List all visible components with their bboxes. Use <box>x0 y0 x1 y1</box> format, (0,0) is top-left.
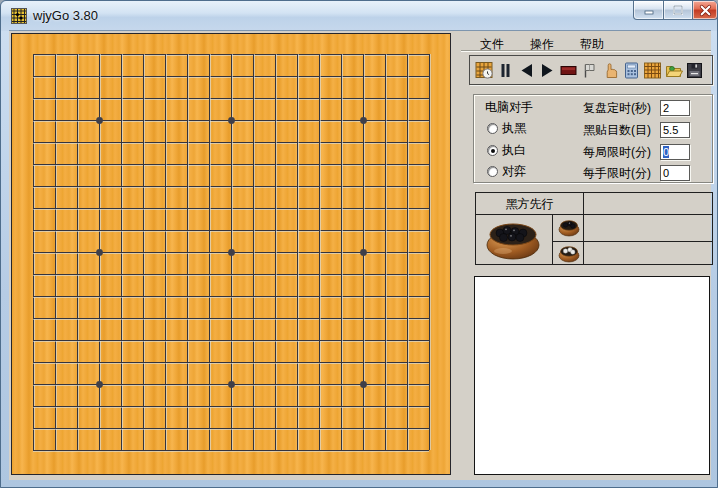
save-floppy-icon <box>685 61 704 80</box>
field-label: 黑贴目数(目) <box>583 122 660 139</box>
game-time-limit-input[interactable]: 0 <box>660 144 690 160</box>
table-line <box>476 214 712 215</box>
radio-label: 执白 <box>502 142 526 159</box>
pass-flag-button[interactable] <box>579 59 600 81</box>
board-grid-icon <box>643 61 662 80</box>
white-stone-bowl-small <box>558 244 580 263</box>
go-board-grid <box>12 34 452 476</box>
komi-input[interactable]: 5.5 <box>660 122 690 138</box>
field-label: 每手限时(分) <box>583 165 660 182</box>
app-icon <box>11 8 27 24</box>
step-back-icon <box>517 61 536 80</box>
app-window: wjyGo 3.80 文件 操作 帮助 <box>0 0 718 488</box>
replay-timer-input[interactable]: 2 <box>660 100 690 116</box>
field-move-time-limit: 每手限时(分) 0 <box>583 165 690 181</box>
new-game-board-icon <box>475 61 494 80</box>
window-title: wjyGo 3.80 <box>33 8 98 23</box>
radio-label: 对弈 <box>502 163 526 180</box>
field-label: 复盘定时(秒) <box>583 100 660 117</box>
step-forward-button[interactable] <box>537 59 558 81</box>
save-file-button[interactable] <box>684 59 705 81</box>
field-game-time-limit: 每局限时(分) 0 <box>583 144 690 160</box>
flag-icon <box>580 61 599 80</box>
black-stone-bowl-small <box>558 218 580 237</box>
toolbar <box>469 55 713 85</box>
close-button[interactable] <box>692 1 718 20</box>
radio-play-black[interactable]: 执黑 <box>487 121 526 135</box>
go-board[interactable] <box>11 33 451 475</box>
maximize-icon <box>672 4 684 16</box>
client-area: 文件 操作 帮助 <box>9 31 711 480</box>
field-replay-timer: 复盘定时(秒) 2 <box>583 100 690 116</box>
pause-button[interactable] <box>495 59 516 81</box>
stop-icon <box>559 61 578 80</box>
group-label: 电脑对手 <box>485 99 533 116</box>
new-game-button[interactable] <box>474 59 495 81</box>
step-back-button[interactable] <box>516 59 537 81</box>
pause-icon <box>496 61 515 80</box>
minimize-icon <box>643 4 655 16</box>
table-line <box>552 241 712 242</box>
hand-move-button[interactable] <box>600 59 621 81</box>
hand-icon <box>601 61 620 80</box>
step-forward-icon <box>538 61 557 80</box>
board-setup-button[interactable] <box>642 59 663 81</box>
radio-icon[interactable] <box>487 123 498 134</box>
radio-play-white[interactable]: 执白 <box>487 143 526 157</box>
turn-indicator: 黑方先行 <box>476 196 583 213</box>
stop-button[interactable] <box>558 59 579 81</box>
move-time-limit-input[interactable]: 0 <box>660 165 690 181</box>
turn-status-table: 黑方先行 <box>475 192 713 265</box>
computer-opponent-groupbox: 电脑对手 执黑 执白 对弈 复盘定时(秒) 2 黑贴目数(目) 5.5 <box>473 94 713 183</box>
minimize-button[interactable] <box>633 1 664 20</box>
black-stone-bowl-large <box>484 219 542 261</box>
field-label: 每局限时(分) <box>583 144 660 161</box>
open-folder-icon <box>664 61 683 80</box>
title-bar[interactable]: wjyGo 3.80 <box>1 1 717 31</box>
radio-label: 执黑 <box>502 120 526 137</box>
maximize-button[interactable] <box>663 1 693 20</box>
field-komi: 黑贴目数(目) 5.5 <box>583 122 690 138</box>
count-score-button[interactable] <box>621 59 642 81</box>
radio-icon[interactable] <box>487 166 498 177</box>
radio-icon-checked[interactable] <box>487 145 498 156</box>
open-file-button[interactable] <box>663 59 684 81</box>
table-line <box>583 193 584 264</box>
radio-human-vs-human[interactable]: 对弈 <box>487 164 526 178</box>
move-list-panel[interactable] <box>474 276 710 475</box>
close-icon <box>699 4 712 17</box>
menubar-separator <box>461 50 711 52</box>
table-line <box>552 214 553 264</box>
calculator-icon <box>622 61 641 80</box>
